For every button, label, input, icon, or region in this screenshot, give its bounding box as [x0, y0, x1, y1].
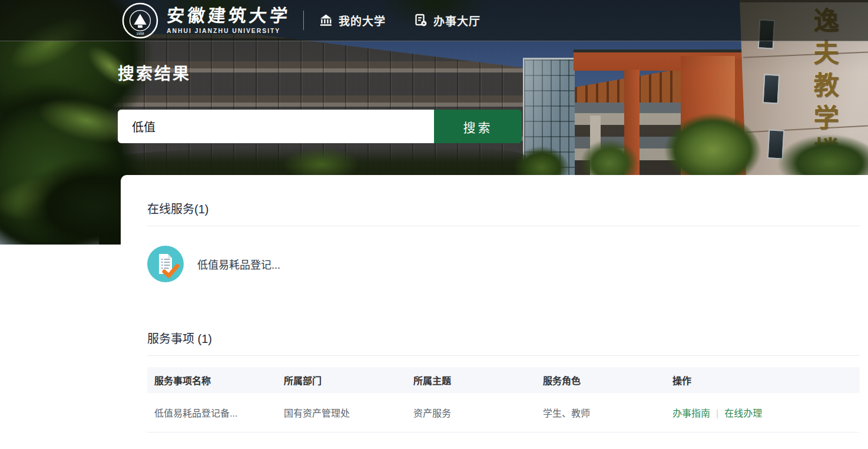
- online-service-label: 低值易耗品登记...: [197, 256, 280, 272]
- header-divider: [303, 11, 304, 30]
- cell-department: 国有资产管理处: [277, 393, 406, 432]
- page-title: 搜索结果: [118, 61, 191, 84]
- logo-year: 1958: [137, 32, 144, 35]
- top-header-bar: 1958 安徽建筑大学 ANHUI JIANZHU UNIVERSITY 我的大…: [0, 0, 868, 41]
- document-check-icon: [147, 246, 184, 282]
- online-services-heading: 在线服务(1): [147, 203, 860, 226]
- action-separator: |: [716, 408, 718, 418]
- service-items-heading: 服务事项 (1): [147, 332, 860, 356]
- column-header-topic: 所属主题: [406, 367, 536, 393]
- search-results-card: 在线服务(1) 低值易耗品登记... 服务事项 (1): [121, 175, 868, 449]
- university-name-cn: 安徽建筑大学: [165, 6, 291, 25]
- table-header-row: 服务事项名称 所属部门 所属主题 服务角色 操作: [147, 367, 860, 393]
- table-row: 低值易耗品登记备... 国有资产管理处 资产服务 学生、教师 办事指南|在线办理: [147, 393, 860, 432]
- cell-topic: 资产服务: [406, 393, 536, 432]
- nav-item-my-university[interactable]: 我的大学: [319, 12, 386, 28]
- online-handle-link[interactable]: 在线办理: [724, 408, 762, 418]
- column-header-actions: 操作: [665, 367, 860, 393]
- nav-item-label: 办事大厅: [433, 12, 481, 28]
- bank-icon: [319, 14, 333, 27]
- search-bar: 搜索: [118, 110, 522, 143]
- cell-roles: 学生、教师: [536, 393, 665, 432]
- guide-link[interactable]: 办事指南: [672, 408, 710, 418]
- online-services-section: 在线服务(1) 低值易耗品登记...: [147, 203, 860, 282]
- column-header-roles: 服务角色: [536, 367, 665, 393]
- cell-actions: 办事指南|在线办理: [665, 393, 860, 432]
- nav-item-service-hall[interactable]: 办事大厅: [414, 12, 481, 28]
- cell-service-name: 低值易耗品登记备...: [147, 393, 277, 432]
- column-header-department: 所属部门: [277, 367, 406, 393]
- service-hall-icon: [414, 14, 428, 27]
- column-header-name: 服务事项名称: [147, 367, 277, 393]
- nav-item-label: 我的大学: [339, 12, 386, 28]
- search-button[interactable]: 搜索: [434, 110, 522, 143]
- online-service-item[interactable]: 低值易耗品登记...: [147, 246, 280, 282]
- university-seal-logo[interactable]: 1958: [122, 2, 158, 39]
- university-name-block[interactable]: 安徽建筑大学 ANHUI JIANZHU UNIVERSITY: [167, 6, 290, 35]
- service-items-section: 服务事项 (1) 服务事项名称 所属部门 所属主题 服务角色 操作 低值易耗品登…: [147, 332, 860, 433]
- university-name-en: ANHUI JIANZHU UNIVERSITY: [167, 27, 290, 34]
- search-input[interactable]: [118, 110, 434, 143]
- service-items-table: 服务事项名称 所属部门 所属主题 服务角色 操作 低值易耗品登记备... 国有资…: [147, 367, 860, 433]
